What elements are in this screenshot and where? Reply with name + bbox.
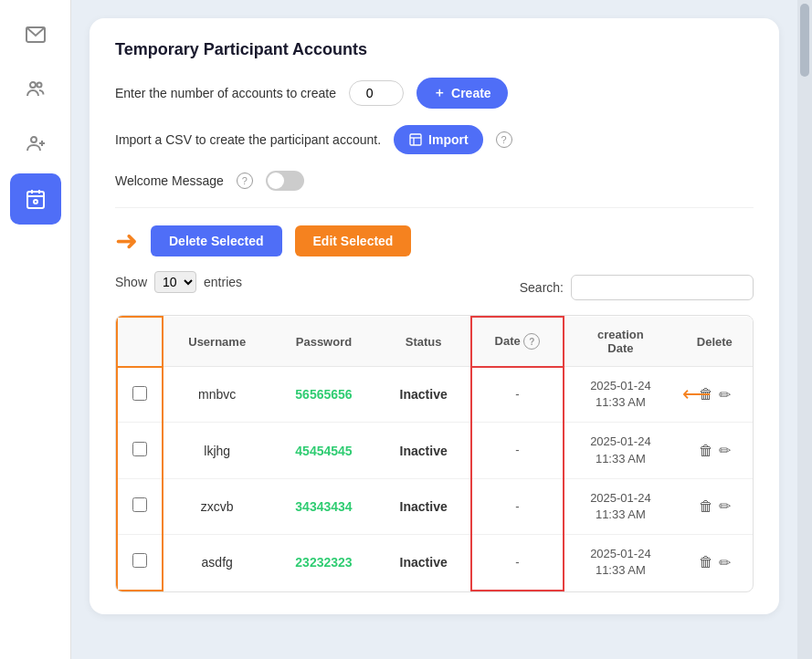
import-button[interactable]: Import: [394, 125, 483, 154]
delete-icon[interactable]: 🗑: [699, 554, 713, 570]
row-arrow-indicator: ⟵: [682, 381, 712, 409]
edit-icon[interactable]: ✏: [719, 497, 731, 515]
edit-icon[interactable]: ✏: [719, 442, 731, 459]
show-search-wrapper: Show 10 25 50 entries Search:: [115, 271, 754, 304]
action-icons: 🗑 ✏: [686, 442, 743, 459]
table-header-row: Username Password Status Date ? creation…: [117, 317, 753, 367]
add-user-icon: [25, 133, 47, 155]
welcome-section: Welcome Message ?: [115, 171, 754, 191]
table-row: lkjhg 45454545 Inactive - 2025-01-2411:3…: [117, 423, 753, 478]
status-cell: Inactive: [377, 423, 471, 478]
main-content: Temporary Participant Accounts Enter the…: [71, 0, 797, 659]
entries-select[interactable]: 10 25 50: [154, 271, 196, 293]
checkbox-cell: [117, 367, 163, 423]
welcome-help-icon[interactable]: ?: [237, 173, 253, 189]
divider: [115, 207, 754, 208]
username-cell: asdfg: [163, 535, 270, 591]
search-label: Search:: [520, 280, 564, 295]
account-count-input[interactable]: [349, 80, 404, 106]
checkbox-cell: [117, 478, 163, 534]
create-section: Enter the number of accounts to create ＋…: [115, 78, 754, 109]
date-cell: -: [471, 535, 564, 591]
sidebar-item-schedule[interactable]: [10, 173, 61, 225]
delete-selected-button[interactable]: Delete Selected: [151, 225, 282, 256]
password-cell: 56565656: [270, 367, 376, 423]
create-button-label: Create: [451, 86, 491, 100]
sidebar-item-mail[interactable]: [10, 9, 61, 60]
action-cell: 🗑 ✏: [677, 535, 753, 591]
show-label: Show: [115, 275, 147, 289]
import-icon: [408, 132, 423, 147]
create-label: Enter the number of accounts to create: [115, 86, 336, 100]
svg-rect-11: [410, 134, 421, 145]
action-buttons-row: ➜ Delete Selected Edit Selected: [115, 225, 754, 256]
scrollbar-thumb[interactable]: [800, 4, 809, 77]
password-cell: 45454545: [270, 423, 376, 478]
creation-date-cell: 2025-01-2411:33 AM ⟵: [564, 367, 677, 423]
username-cell: mnbvc: [163, 367, 270, 423]
sidebar: [0, 0, 71, 659]
sidebar-item-participants[interactable]: [10, 64, 61, 115]
data-table-wrapper: Username Password Status Date ? creation…: [115, 315, 754, 592]
search-row: Search:: [520, 275, 754, 300]
col-header-creation-date: creationDate: [564, 317, 677, 367]
username-cell: lkjhg: [163, 423, 270, 478]
checkbox-cell: [117, 423, 163, 478]
edit-selected-button[interactable]: Edit Selected: [295, 225, 412, 256]
row-checkbox-2[interactable]: [132, 442, 147, 456]
creation-date-cell: 2025-01-2411:33 AM: [564, 478, 677, 534]
svg-point-3: [31, 137, 37, 142]
scrollbar[interactable]: [797, 0, 812, 659]
participants-icon: [25, 78, 47, 100]
col-header-date: Date ?: [471, 317, 564, 367]
action-cell: 🗑 ✏: [677, 478, 753, 534]
username-cell: zxcvb: [163, 478, 270, 534]
create-button[interactable]: ＋ Create: [417, 78, 508, 109]
import-help-icon[interactable]: ?: [496, 131, 512, 148]
action-icons: 🗑 ✏: [686, 497, 743, 515]
data-table: Username Password Status Date ? creation…: [116, 316, 753, 591]
schedule-icon: [25, 188, 47, 210]
checkbox-cell: [117, 535, 163, 591]
delete-icon[interactable]: 🗑: [699, 443, 713, 459]
content-area: Temporary Participant Accounts Enter the…: [71, 0, 812, 659]
edit-icon[interactable]: ✏: [719, 386, 731, 403]
action-cell: 🗑 ✏: [677, 423, 753, 478]
svg-point-1: [30, 82, 36, 88]
main-card: Temporary Participant Accounts Enter the…: [90, 18, 779, 614]
col-header-status: Status: [377, 317, 471, 367]
col-header-password: Password: [270, 317, 376, 367]
row-checkbox-1[interactable]: [132, 386, 147, 401]
col-header-checkbox: [117, 317, 163, 367]
action-icons: 🗑 ✏: [686, 554, 743, 571]
row-checkbox-3[interactable]: [132, 497, 147, 512]
password-cell: 34343434: [270, 478, 376, 534]
status-cell: Inactive: [377, 535, 471, 591]
welcome-toggle[interactable]: [266, 171, 304, 191]
entries-text: entries: [204, 275, 242, 289]
status-cell: Inactive: [377, 478, 471, 534]
mail-icon: [25, 24, 47, 46]
show-entries-row: Show 10 25 50 entries: [115, 271, 242, 293]
edit-icon[interactable]: ✏: [719, 554, 731, 571]
date-cell: -: [471, 367, 564, 423]
delete-icon[interactable]: 🗑: [699, 498, 713, 515]
creation-date-cell: 2025-01-2411:33 AM: [564, 423, 677, 478]
welcome-label: Welcome Message: [115, 173, 224, 188]
status-cell: Inactive: [377, 367, 471, 423]
creation-date-cell: 2025-01-2411:33 AM: [564, 535, 677, 591]
date-cell: -: [471, 478, 564, 534]
col-header-username: Username: [163, 317, 270, 367]
sidebar-item-add-user[interactable]: [10, 119, 61, 170]
svg-point-2: [37, 83, 41, 88]
svg-point-10: [34, 200, 37, 204]
page-wrapper: Temporary Participant Accounts Enter the…: [0, 0, 812, 659]
search-input[interactable]: [571, 275, 754, 300]
row-checkbox-4[interactable]: [132, 553, 147, 568]
import-button-label: Import: [428, 132, 469, 147]
date-help-icon[interactable]: ?: [523, 333, 540, 350]
date-cell: -: [471, 423, 564, 478]
import-label: Import a CSV to create the participant a…: [115, 132, 381, 147]
table-row: zxcvb 34343434 Inactive - 2025-01-2411:3…: [117, 478, 753, 534]
create-plus-icon: ＋: [433, 85, 446, 101]
